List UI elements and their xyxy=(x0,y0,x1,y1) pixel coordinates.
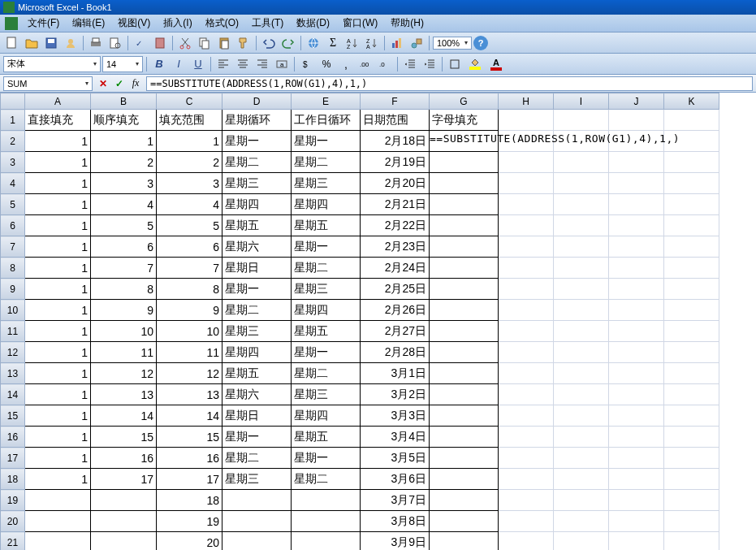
chart-wizard-button[interactable] xyxy=(388,34,406,52)
cell-G9[interactable] xyxy=(430,279,499,300)
cell-K12[interactable] xyxy=(664,342,719,363)
cell-G12[interactable] xyxy=(430,342,499,363)
cell-C6[interactable]: 5 xyxy=(157,215,222,236)
cell-J3[interactable] xyxy=(609,152,664,173)
cell-D2[interactable]: 星期一 xyxy=(222,131,292,152)
menu-insert[interactable]: 插入(I) xyxy=(157,15,198,32)
cell-B12[interactable]: 11 xyxy=(91,342,157,363)
cell-C5[interactable]: 4 xyxy=(157,194,222,215)
cell-I10[interactable] xyxy=(554,300,609,321)
column-header-B[interactable]: B xyxy=(91,93,157,110)
new-button[interactable] xyxy=(3,34,21,52)
cell-I15[interactable] xyxy=(554,405,609,427)
cell-J11[interactable] xyxy=(609,321,664,342)
cell-F11[interactable]: 2月27日 xyxy=(361,321,430,342)
cell-H6[interactable] xyxy=(499,215,554,236)
cell-H12[interactable] xyxy=(499,342,554,363)
cell-K8[interactable] xyxy=(664,258,719,279)
cell-K9[interactable] xyxy=(664,279,719,300)
cell-C10[interactable]: 9 xyxy=(157,300,222,321)
menu-window[interactable]: 窗口(W) xyxy=(336,15,384,32)
cell-C17[interactable]: 16 xyxy=(157,448,222,469)
align-left-button[interactable] xyxy=(214,55,232,73)
row-header-17[interactable]: 17 xyxy=(1,448,25,469)
cell-G6[interactable] xyxy=(430,215,499,236)
column-header-E[interactable]: E xyxy=(292,93,361,110)
cell-K17[interactable] xyxy=(664,448,719,469)
column-header-H[interactable]: H xyxy=(499,93,554,110)
format-painter-button[interactable] xyxy=(235,34,253,52)
cell-A16[interactable]: 1 xyxy=(25,427,91,448)
cell-I13[interactable] xyxy=(554,363,609,384)
cell-H10[interactable] xyxy=(499,300,554,321)
cell-K18[interactable] xyxy=(664,469,719,490)
decrease-indent-button[interactable] xyxy=(401,55,419,73)
font-combo[interactable]: 宋体 xyxy=(3,56,101,72)
cell-A9[interactable]: 1 xyxy=(25,279,91,300)
cell-B17[interactable]: 16 xyxy=(91,448,157,469)
cell-C9[interactable]: 8 xyxy=(157,279,222,300)
cell-C8[interactable]: 7 xyxy=(157,258,222,279)
cell-B5[interactable]: 4 xyxy=(91,194,157,215)
cell-A7[interactable]: 1 xyxy=(25,236,91,258)
cell-D8[interactable]: 星期日 xyxy=(222,258,292,279)
fx-button[interactable]: fx xyxy=(128,76,143,91)
cell-B10[interactable]: 9 xyxy=(91,300,157,321)
cell-I12[interactable] xyxy=(554,342,609,363)
row-header-11[interactable]: 11 xyxy=(1,321,25,342)
cell-F7[interactable]: 2月23日 xyxy=(361,236,430,258)
cell-C7[interactable]: 6 xyxy=(157,236,222,258)
cell-F2[interactable]: 2月18日 xyxy=(361,131,430,152)
cell-J9[interactable] xyxy=(609,279,664,300)
cell-A2[interactable]: 1 xyxy=(25,131,91,152)
menu-file[interactable]: 文件(F) xyxy=(21,15,66,32)
cell-A17[interactable]: 1 xyxy=(25,448,91,469)
cell-G20[interactable] xyxy=(430,511,499,532)
fill-color-button[interactable] xyxy=(465,56,485,72)
cell-D15[interactable]: 星期日 xyxy=(222,405,292,427)
cell-B14[interactable]: 13 xyxy=(91,384,157,405)
cell-C16[interactable]: 15 xyxy=(157,427,222,448)
menu-help[interactable]: 帮助(H) xyxy=(384,15,430,32)
formula-input[interactable]: ==SUBSTITUTE(ADDRESS(1,ROW(G1),4),1,) xyxy=(146,76,753,91)
cell-F16[interactable]: 3月4日 xyxy=(361,427,430,448)
cell-I20[interactable] xyxy=(554,511,609,532)
cell-F20[interactable]: 3月8日 xyxy=(361,511,430,532)
cell-I11[interactable] xyxy=(554,321,609,342)
merge-center-button[interactable]: a xyxy=(273,55,291,73)
cell-C15[interactable]: 14 xyxy=(157,405,222,427)
cell-H8[interactable] xyxy=(499,258,554,279)
cell-I18[interactable] xyxy=(554,469,609,490)
column-header-F[interactable]: F xyxy=(361,93,430,110)
app-icon[interactable] xyxy=(5,17,18,30)
cell-F21[interactable]: 3月9日 xyxy=(361,532,430,551)
cell-H1[interactable] xyxy=(499,110,554,131)
spelling-button[interactable]: ✓ xyxy=(132,34,149,52)
cell-F15[interactable]: 3月3日 xyxy=(361,405,430,427)
cell-K3[interactable] xyxy=(664,152,719,173)
font-size-combo[interactable]: 14 xyxy=(102,56,143,72)
align-right-button[interactable] xyxy=(253,55,271,73)
cell-D6[interactable]: 星期五 xyxy=(222,215,292,236)
redo-button[interactable] xyxy=(279,34,297,52)
cell-D10[interactable]: 星期二 xyxy=(222,300,292,321)
cell-B7[interactable]: 6 xyxy=(91,236,157,258)
cell-F1[interactable]: 日期范围 xyxy=(361,110,430,131)
cell-F8[interactable]: 2月24日 xyxy=(361,258,430,279)
cell-G4[interactable] xyxy=(430,173,499,194)
cell-A11[interactable]: 1 xyxy=(25,321,91,342)
cell-H21[interactable] xyxy=(499,532,554,551)
cell-I7[interactable] xyxy=(554,236,609,258)
cell-D14[interactable]: 星期六 xyxy=(222,384,292,405)
cell-I9[interactable] xyxy=(554,279,609,300)
cell-J4[interactable] xyxy=(609,173,664,194)
cell-A21[interactable] xyxy=(25,532,91,551)
cell-G1[interactable]: 字母填充 xyxy=(430,110,499,131)
cell-J12[interactable] xyxy=(609,342,664,363)
column-header-J[interactable]: J xyxy=(609,93,664,110)
hyperlink-button[interactable] xyxy=(305,34,322,52)
cell-G18[interactable] xyxy=(430,469,499,490)
cell-J7[interactable] xyxy=(609,236,664,258)
cell-E3[interactable]: 星期二 xyxy=(292,152,361,173)
cell-G16[interactable] xyxy=(430,427,499,448)
